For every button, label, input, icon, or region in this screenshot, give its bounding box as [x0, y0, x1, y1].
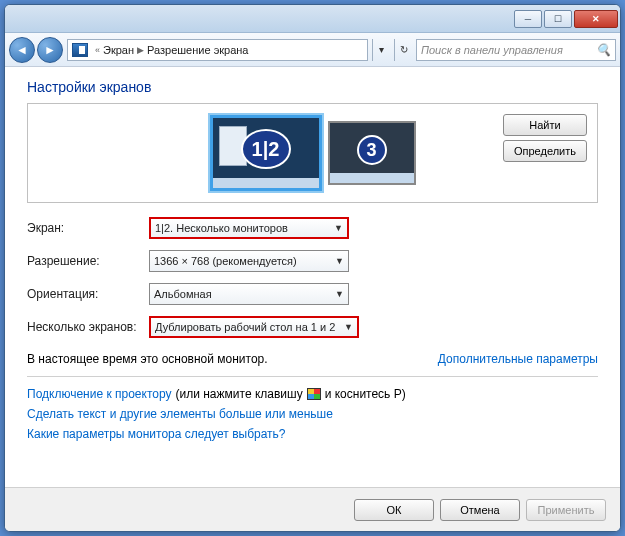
which-params-link[interactable]: Какие параметры монитора следует выбрать…	[27, 427, 598, 441]
chevron-down-icon: ▼	[335, 289, 344, 299]
screen-select[interactable]: 1|2. Несколько мониторов ▼	[149, 217, 349, 239]
apply-button[interactable]: Применить	[526, 499, 606, 521]
maximize-button[interactable]: ☐	[544, 10, 572, 28]
projector-link[interactable]: Подключение к проектору	[27, 387, 172, 401]
breadcrumb-2[interactable]: Разрешение экрана	[147, 44, 248, 56]
forward-button[interactable]: ►	[37, 37, 63, 63]
orientation-label: Ориентация:	[27, 287, 149, 301]
navbar: ◄ ► « Экран ▶ Разрешение экрана ▾ ↻ Поис…	[5, 33, 620, 67]
settings-form: Экран: 1|2. Несколько мониторов ▼ Разреш…	[27, 217, 598, 338]
display-icon	[72, 43, 88, 57]
chevron-down-icon: ▼	[344, 322, 353, 332]
windows-key-icon	[307, 388, 321, 400]
multi-select[interactable]: Дублировать рабочий стол на 1 и 2 ▼	[149, 316, 359, 338]
advanced-settings-link[interactable]: Дополнительные параметры	[438, 352, 598, 366]
address-bar[interactable]: « Экран ▶ Разрешение экрана	[67, 39, 368, 61]
projector-tail2: и коснитесь P)	[325, 387, 406, 401]
multi-select-value: Дублировать рабочий стол на 1 и 2	[155, 321, 335, 333]
back-button[interactable]: ◄	[9, 37, 35, 63]
breadcrumb-sep: «	[95, 45, 100, 55]
titlebar: ─ ☐ ✕	[5, 5, 620, 33]
text-size-link[interactable]: Сделать текст и другие элементы больше и…	[27, 407, 598, 421]
links-block: Подключение к проектору (или нажмите кла…	[27, 387, 598, 441]
orientation-select-value: Альбомная	[154, 288, 212, 300]
monitor-taskbar	[330, 173, 414, 183]
projector-row: Подключение к проектору (или нажмите кла…	[27, 387, 598, 401]
refresh-button[interactable]: ↻	[394, 39, 412, 61]
status-line: В настоящее время это основной монитор. …	[27, 352, 598, 366]
window: ─ ☐ ✕ ◄ ► « Экран ▶ Разрешение экрана ▾ …	[4, 4, 621, 532]
chevron-down-icon: ▼	[334, 223, 343, 233]
monitors-group: 1|2 3	[210, 115, 416, 191]
monitors-panel: 1|2 3 Найти Определить	[27, 103, 598, 203]
monitor-number-12: 1|2	[241, 129, 291, 169]
monitor-number-3: 3	[357, 135, 387, 165]
find-button[interactable]: Найти	[503, 114, 587, 136]
divider	[27, 376, 598, 377]
resolution-label: Разрешение:	[27, 254, 149, 268]
detect-button[interactable]: Определить	[503, 140, 587, 162]
monitor-taskbar	[213, 178, 319, 188]
monitor-side-buttons: Найти Определить	[503, 114, 587, 162]
search-icon: 🔍	[596, 43, 611, 57]
projector-tail1: (или нажмите клавишу	[176, 387, 303, 401]
orientation-select[interactable]: Альбомная ▼	[149, 283, 349, 305]
screen-select-value: 1|2. Несколько мониторов	[155, 222, 288, 234]
breadcrumb-1[interactable]: Экран	[103, 44, 134, 56]
breadcrumb-sep: ▶	[137, 45, 144, 55]
resolution-select-value: 1366 × 768 (рекомендуется)	[154, 255, 297, 267]
content-area: Настройки экранов 1|2 3 Найти Определить…	[5, 67, 620, 487]
page-title: Настройки экранов	[27, 79, 598, 95]
cancel-button[interactable]: Отмена	[440, 499, 520, 521]
monitor-1-2[interactable]: 1|2	[210, 115, 322, 191]
screen-label: Экран:	[27, 221, 149, 235]
close-button[interactable]: ✕	[574, 10, 618, 28]
multi-label: Несколько экранов:	[27, 320, 149, 334]
nav-buttons: ◄ ►	[9, 37, 63, 63]
chevron-down-icon: ▼	[335, 256, 344, 266]
minimize-button[interactable]: ─	[514, 10, 542, 28]
primary-monitor-text: В настоящее время это основной монитор.	[27, 352, 268, 366]
footer: ОК Отмена Применить	[5, 487, 620, 531]
resolution-select[interactable]: 1366 × 768 (рекомендуется) ▼	[149, 250, 349, 272]
ok-button[interactable]: ОК	[354, 499, 434, 521]
monitor-3[interactable]: 3	[328, 121, 416, 185]
search-input[interactable]: Поиск в панели управления 🔍	[416, 39, 616, 61]
address-dropdown[interactable]: ▾	[372, 39, 390, 61]
search-placeholder: Поиск в панели управления	[421, 44, 563, 56]
